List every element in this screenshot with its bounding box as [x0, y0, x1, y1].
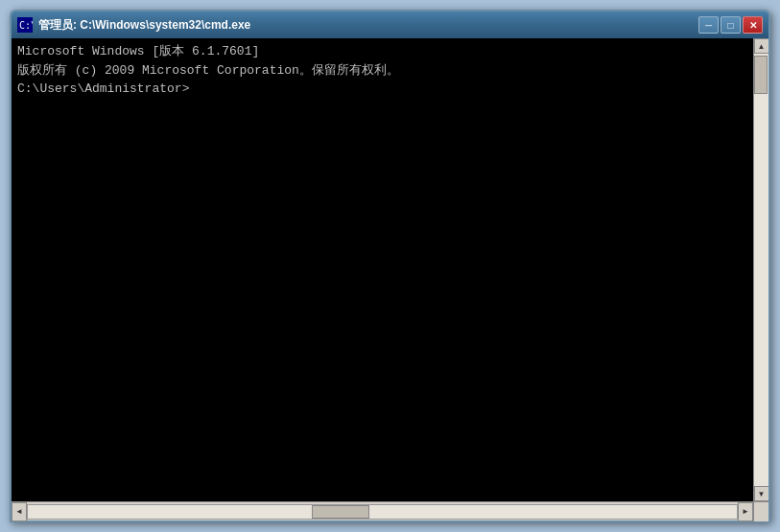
cmd-window: C:\ 管理员: C:\Windows\system32\cmd.exe ─ □…: [10, 10, 770, 522]
vertical-scrollbar[interactable]: ▲ ▼: [753, 38, 768, 501]
window-body: Microsoft Windows [版本 6.1.7601]版权所有 (c) …: [12, 38, 768, 501]
cmd-icon: C:\: [17, 17, 33, 33]
scroll-thumb-h[interactable]: [312, 505, 369, 519]
close-button[interactable]: ✕: [743, 16, 763, 34]
titlebar: C:\ 管理员: C:\Windows\system32\cmd.exe ─ □…: [12, 12, 768, 38]
scroll-track-h[interactable]: [27, 504, 738, 520]
scroll-track-v[interactable]: [754, 54, 768, 486]
window-controls: ─ □ ✕: [698, 16, 763, 34]
console-line: Microsoft Windows [版本 6.1.7601]: [17, 42, 747, 61]
console-line: C:\Users\Administrator>: [17, 80, 747, 99]
maximize-button[interactable]: □: [721, 16, 741, 34]
scroll-left-button[interactable]: ◄: [12, 502, 27, 521]
console-line: 版权所有 (c) 2009 Microsoft Corporation。保留所有…: [17, 61, 747, 81]
scrollbar-corner: [753, 502, 768, 521]
console-output[interactable]: Microsoft Windows [版本 6.1.7601]版权所有 (c) …: [12, 38, 753, 501]
scroll-down-button[interactable]: ▼: [754, 486, 769, 501]
statusbar: ◄ ►: [12, 501, 768, 520]
svg-text:C:\: C:\: [19, 20, 33, 31]
window-title: 管理员: C:\Windows\system32\cmd.exe: [38, 17, 698, 34]
minimize-button[interactable]: ─: [698, 16, 719, 34]
scroll-right-button[interactable]: ►: [738, 502, 753, 521]
scroll-thumb-v[interactable]: [754, 56, 768, 94]
scroll-up-button[interactable]: ▲: [754, 38, 769, 54]
